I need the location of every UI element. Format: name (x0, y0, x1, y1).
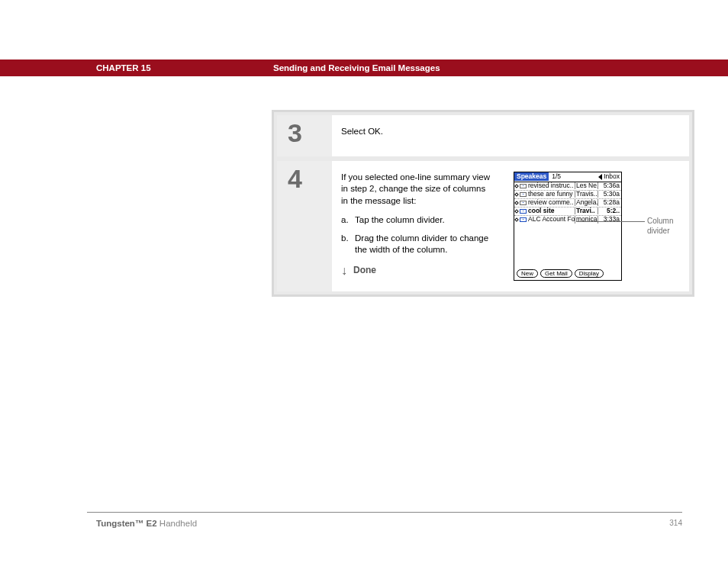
mail-icon (520, 192, 527, 197)
message-subject: revised instruc.. (528, 182, 575, 189)
step-3-text: Select OK. (341, 126, 492, 138)
footer-brand: Tungsten™ E2 Handheld (96, 519, 197, 528)
unread-diamond-icon (514, 217, 519, 222)
down-arrow-icon: ↓ (341, 262, 347, 279)
done-indicator: ↓ Done (341, 262, 492, 279)
step-4: 4 If you selected one-line summary view … (277, 161, 689, 291)
substep-b-label: b. (341, 233, 355, 256)
message-from: Travis.. (575, 191, 598, 198)
message-subject: ALC Account Fo.. (528, 216, 575, 223)
pda-getmail-button: Get Mail (540, 269, 572, 278)
step-body: Select OK. (332, 115, 689, 156)
pda-new-button: New (517, 269, 538, 278)
footer-page-number: 314 (669, 519, 682, 527)
pda-mailbox-label: Inbox (604, 173, 620, 180)
footer-rule (87, 512, 682, 513)
steps-card: 3 Select OK. 4 If you selected one-line … (272, 110, 694, 297)
footer-brand-bold: Tungsten™ E2 (96, 519, 157, 528)
chapter-title: Sending and Receiving Email Messages (273, 63, 440, 72)
triangle-left-icon (598, 174, 602, 180)
message-time: 5:36a (598, 182, 620, 189)
message-subject: review comme.. (528, 199, 575, 206)
message-row: revised instruc..Les Ne..5:36a (514, 182, 621, 191)
pda-display-button: Display (575, 269, 604, 278)
unread-diamond-icon (514, 209, 519, 214)
callout-line (576, 221, 645, 222)
pda-blank-area (514, 224, 621, 267)
message-from: Angela.. (575, 199, 598, 206)
pda-screenshot: Speakeas 1/5 Inbox revised instruc..Les … (514, 172, 622, 281)
unread-diamond-icon (514, 184, 519, 188)
step-body: If you selected one-line summary view in… (332, 161, 689, 291)
message-row: cool siteTravi..5:2.. (514, 208, 621, 216)
mail-icon (520, 201, 527, 205)
pda-page-indicator: 1/5 (552, 173, 561, 180)
substep-a-text: Tap the column divider. (355, 214, 492, 227)
mail-icon (520, 209, 527, 214)
pda-button-row: New Get Mail Display (514, 267, 621, 280)
message-from: Les Ne.. (575, 182, 598, 189)
pda-mailbox-selector: Inbox (598, 173, 620, 180)
mail-icon (520, 184, 527, 188)
message-time: 5:2.. (598, 208, 620, 214)
message-time: 3:33a (598, 216, 620, 223)
message-row: review comme..Angela..5:28a (514, 199, 621, 208)
done-label: Done (353, 264, 376, 276)
footer-product: Handheld (157, 519, 197, 528)
chapter-header: CHAPTER 15 Sending and Receiving Email M… (0, 60, 728, 76)
step-number: 4 (277, 161, 332, 291)
message-from: monica.. (575, 216, 598, 223)
step-4-intro: If you selected one-line summary view in… (341, 172, 492, 208)
message-subject: cool site (528, 208, 575, 214)
pda-titlebar: Speakeas 1/5 Inbox (514, 172, 621, 182)
message-row: these are funnyTravis..5:30a (514, 191, 621, 199)
unread-diamond-icon (514, 192, 519, 197)
chapter-label: CHAPTER 15 (96, 63, 151, 72)
pda-app-title: Speakeas (514, 172, 549, 181)
column-divider-annotation: Column divider (647, 216, 673, 236)
message-subject: these are funny (528, 191, 575, 198)
step-3: 3 Select OK. (277, 115, 689, 156)
message-row: ALC Account Fo..monica..3:33a (514, 216, 621, 224)
message-from: Travi.. (575, 208, 598, 214)
step-number: 3 (277, 115, 332, 156)
message-time: 5:30a (598, 191, 620, 198)
substep-b-text: Drag the column divider to change the wi… (355, 233, 492, 256)
message-time: 5:28a (598, 199, 620, 206)
pda-screenshot-container: Speakeas 1/5 Inbox revised instruc..Les … (514, 172, 622, 281)
unread-diamond-icon (514, 201, 519, 205)
substep-a-label: a. (341, 214, 355, 227)
mail-icon (520, 217, 527, 222)
pda-message-list: revised instruc..Les Ne..5:36athese are … (514, 182, 621, 224)
